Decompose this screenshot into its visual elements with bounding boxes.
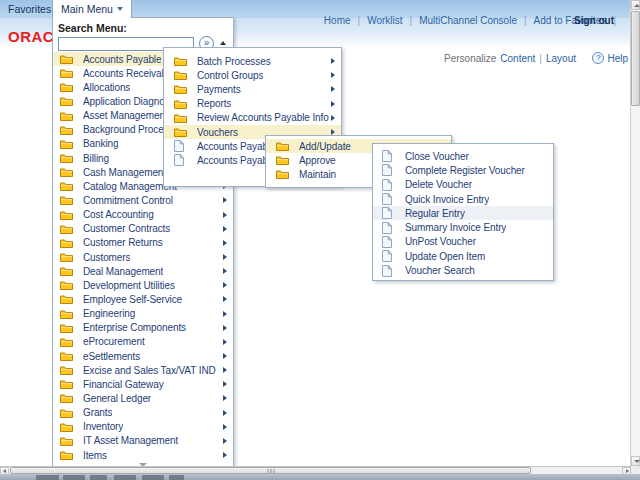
main-menu-tab[interactable]: Main Menu xyxy=(52,0,132,18)
vertical-scrollbar-thumb[interactable] xyxy=(631,11,640,106)
folder-icon xyxy=(60,209,73,221)
folder-icon xyxy=(60,53,73,65)
taskbar-item xyxy=(114,475,136,480)
menu-item[interactable]: Grants xyxy=(53,406,233,420)
triangle-up-icon xyxy=(634,4,640,7)
document-icon xyxy=(382,150,395,162)
menu-item[interactable]: Review Accounts Payable Info xyxy=(164,111,341,125)
menu-item-label: Maintain xyxy=(299,169,336,180)
folder-icon xyxy=(174,69,187,81)
folder-icon xyxy=(60,421,73,433)
menu-item[interactable]: Delete Voucher xyxy=(373,178,553,192)
sign-out-link[interactable]: Sign out xyxy=(574,15,614,26)
menu-item[interactable]: UnPost Voucher xyxy=(373,235,553,249)
submenu-arrow-icon xyxy=(331,58,335,64)
link-separator: | xyxy=(358,15,361,26)
header-link[interactable]: MultiChannel Console xyxy=(419,15,517,26)
menu-item-label: Voucher Search xyxy=(405,265,475,276)
menu-item[interactable]: Cost Accounting xyxy=(53,208,233,222)
menu-item[interactable]: Commitment Control xyxy=(53,193,233,207)
menu-item[interactable]: Summary Invoice Entry xyxy=(373,220,553,234)
menu-item[interactable]: Financial Gateway xyxy=(53,377,233,391)
menu-item-label: eProcurement xyxy=(83,336,145,347)
taskbar-item xyxy=(169,475,184,480)
menu-item[interactable]: Payments xyxy=(164,82,341,96)
folder-icon xyxy=(60,293,73,305)
scroll-down-button[interactable] xyxy=(631,456,640,466)
menu-scroll-up-icon[interactable] xyxy=(220,41,226,45)
scroll-up-button[interactable] xyxy=(631,0,640,10)
menu-item-label: Employee Self-Service xyxy=(83,294,182,305)
menu-item[interactable]: Update Open Item xyxy=(373,249,553,263)
folder-icon xyxy=(60,449,73,461)
menu-item[interactable]: Customers xyxy=(53,250,233,264)
main-menu-label: Main Menu xyxy=(61,3,113,15)
document-icon xyxy=(382,193,395,205)
header-link[interactable]: Home xyxy=(324,15,351,26)
personalize-layout-link[interactable]: Layout xyxy=(546,53,576,64)
header-link[interactable]: Worklist xyxy=(367,15,402,26)
folder-icon xyxy=(174,98,187,110)
document-icon xyxy=(382,236,395,248)
folder-icon xyxy=(60,237,73,249)
menu-item-label: Update Open Item xyxy=(405,251,485,262)
folder-icon xyxy=(60,336,73,348)
submenu-arrow-icon xyxy=(223,339,227,345)
menu-item-label: Complete Register Voucher xyxy=(405,165,525,176)
personalize-label: Personalize xyxy=(444,53,496,64)
submenu-arrow-icon xyxy=(223,268,227,274)
folder-icon xyxy=(60,110,73,122)
menu-item[interactable]: Deal Management xyxy=(53,264,233,278)
menu-item[interactable]: eProcurement xyxy=(53,335,233,349)
menu-item[interactable]: General Ledger xyxy=(53,391,233,405)
menu-item-label: Cost Accounting xyxy=(83,209,154,220)
menu-item[interactable]: Customer Contracts xyxy=(53,222,233,236)
menu-item-label: Cash Management xyxy=(83,167,166,178)
search-menu-label: Search Menu: xyxy=(58,22,233,34)
vertical-scrollbar[interactable] xyxy=(630,0,640,466)
folder-icon xyxy=(60,308,73,320)
menu-item-label: UnPost Voucher xyxy=(405,236,476,247)
menu-item[interactable]: Reports xyxy=(164,97,341,111)
menu-item[interactable]: Close Voucher xyxy=(373,149,553,163)
menu-item-label: Accounts Payable xyxy=(83,54,161,65)
submenu-arrow-icon xyxy=(331,72,335,78)
help-link[interactable]: Help xyxy=(607,53,628,64)
document-icon xyxy=(174,140,187,152)
menu-item[interactable]: Engineering xyxy=(53,307,233,321)
menu-item[interactable]: IT Asset Management xyxy=(53,434,233,448)
menu-item[interactable]: Voucher Search xyxy=(373,263,553,277)
submenu-arrow-icon xyxy=(223,296,227,302)
menu-item[interactable]: Enterprise Components xyxy=(53,321,233,335)
menu-item[interactable]: Development Utilities xyxy=(53,278,233,292)
document-icon xyxy=(382,222,395,234)
submenu-arrow-icon xyxy=(223,226,227,232)
menu-item[interactable]: Batch Processes xyxy=(164,54,341,68)
submenu-arrow-icon xyxy=(223,438,227,444)
menu-item[interactable]: Quick Invoice Entry xyxy=(373,192,553,206)
menu-item[interactable]: Customer Returns xyxy=(53,236,233,250)
menu-item-label: Items xyxy=(83,450,107,461)
menu-item[interactable]: Control Groups xyxy=(164,68,341,82)
menu-item-label: Asset Management xyxy=(83,110,168,121)
submenu-arrow-icon xyxy=(223,212,227,218)
folder-icon xyxy=(276,168,289,180)
help-icon: ? xyxy=(592,52,604,64)
horizontal-scrollbar-thumb[interactable] xyxy=(10,467,531,474)
menu-item[interactable]: Employee Self-Service xyxy=(53,292,233,306)
personalize-content-link[interactable]: Content xyxy=(500,53,535,64)
menu-item[interactable]: Inventory xyxy=(53,420,233,434)
menu-item[interactable]: Excise and Sales Tax/VAT IND xyxy=(53,363,233,377)
folder-icon xyxy=(60,407,73,419)
triangle-right-icon xyxy=(626,469,629,473)
menu-item[interactable]: Complete Register Voucher xyxy=(373,163,553,177)
menu-item[interactable]: eSettlements xyxy=(53,349,233,363)
folder-icon xyxy=(60,279,73,291)
submenu-arrow-icon xyxy=(223,452,227,458)
folder-icon xyxy=(60,265,73,277)
submenu-arrow-icon xyxy=(223,282,227,288)
horizontal-scrollbar[interactable] xyxy=(0,466,631,474)
menu-item[interactable]: Regular Entry xyxy=(373,206,553,220)
menu-item[interactable]: Items xyxy=(53,448,233,462)
folder-icon xyxy=(60,435,73,447)
